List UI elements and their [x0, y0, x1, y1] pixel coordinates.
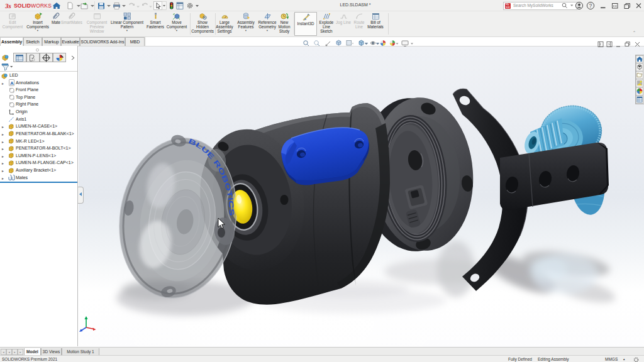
svg-text:SOLIDWORKS: SOLIDWORKS	[14, 3, 52, 9]
svg-text:A: A	[10, 80, 14, 86]
svg-text:3s: 3s	[5, 2, 11, 9]
svg-text:?: ?	[589, 3, 592, 9]
